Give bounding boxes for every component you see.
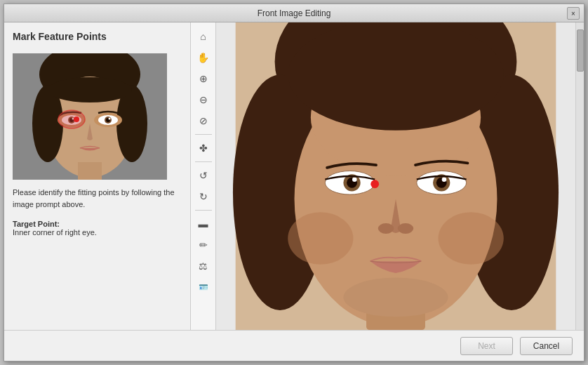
svg-point-17: [58, 110, 85, 128]
title-bar: Front Image Editing ×: [4, 4, 584, 22]
dialog-window: Front Image Editing × Mark Feature Point…: [4, 4, 584, 361]
toolbar-divider-1: [195, 134, 212, 135]
toolbar: ⌂ ✋ ⊕ ⊖ ⊘ ✤ ↺ ↻ ▬ ✏ ⚖ 🪪: [191, 22, 216, 330]
home-tool[interactable]: ⌂: [194, 27, 213, 46]
person-tool[interactable]: 🪪: [194, 277, 213, 297]
scrollbar-thumb[interactable]: [577, 29, 584, 72]
target-info: Target Point: Inner corner of right eye.: [13, 217, 182, 237]
zoom-in-tool[interactable]: ⊕: [194, 69, 213, 88]
pan-tool[interactable]: ✋: [194, 48, 213, 67]
right-area: ⌂ ✋ ⊕ ⊖ ⊘ ✤ ↺ ↻ ▬ ✏ ⚖ 🪪: [190, 22, 584, 330]
close-button[interactable]: ×: [567, 7, 580, 20]
undo-tool[interactable]: ↺: [194, 166, 213, 185]
toolbar-divider-2: [195, 161, 212, 162]
cancel-button[interactable]: Cancel: [520, 337, 573, 355]
svg-point-27: [288, 212, 353, 265]
settings-tool[interactable]: ✤: [194, 138, 213, 158]
svg-point-41: [343, 277, 448, 317]
redo-tool[interactable]: ↻: [194, 187, 213, 206]
rect-tool[interactable]: ▬: [194, 214, 213, 234]
svg-point-33: [352, 177, 357, 182]
svg-point-39: [378, 223, 394, 234]
image-viewport[interactable]: [216, 22, 575, 330]
zoom-out-tool[interactable]: ⊖: [194, 90, 213, 109]
next-button[interactable]: Next: [460, 337, 513, 355]
target-label: Target Point:: [13, 220, 182, 228]
balance-tool[interactable]: ⚖: [194, 256, 213, 276]
toolbar-divider-3: [195, 210, 212, 211]
zoom-fit-tool[interactable]: ⊘: [194, 111, 213, 131]
svg-point-38: [442, 177, 447, 182]
face-large-svg: [216, 22, 575, 330]
left-panel: Mark Feature Points: [4, 22, 190, 330]
svg-rect-3: [78, 162, 102, 180]
scrollbar[interactable]: [575, 22, 584, 330]
target-value: Inner corner of right eye.: [13, 228, 182, 237]
dialog-title: Front Image Editing: [258, 8, 331, 18]
content-area: Mark Feature Points: [4, 22, 584, 330]
svg-point-40: [398, 223, 413, 234]
thumbnail-container: [13, 53, 167, 180]
pencil-tool[interactable]: ✏: [194, 235, 213, 255]
section-title: Mark Feature Points: [13, 31, 182, 42]
description-text: Please identify the fitting points by fo…: [13, 187, 182, 210]
svg-point-6: [48, 77, 132, 102]
footer: Next Cancel: [4, 330, 584, 361]
svg-point-28: [439, 212, 504, 265]
thumbnail-face-svg: [13, 53, 167, 180]
svg-point-18: [74, 117, 79, 122]
svg-point-16: [109, 118, 111, 120]
svg-point-25: [288, 22, 504, 131]
svg-point-42: [371, 180, 379, 188]
